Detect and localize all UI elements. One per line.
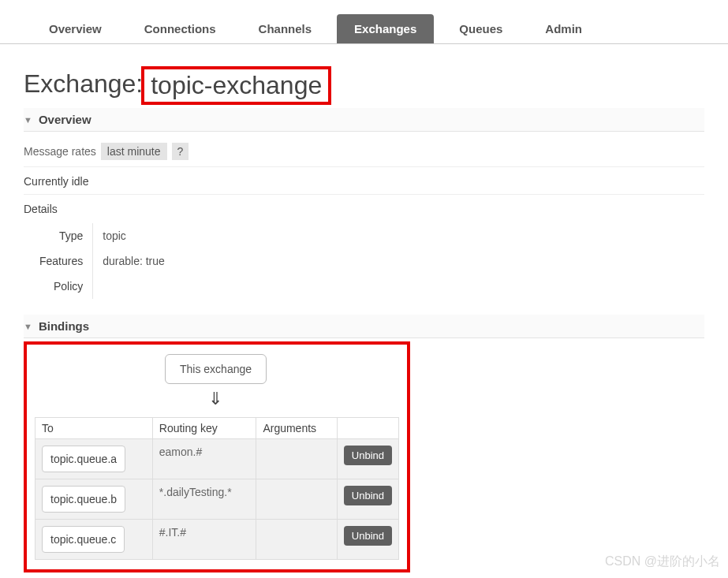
bindings-header-routing-key: Routing key [152, 418, 256, 439]
unbind-button[interactable]: Unbind [344, 486, 392, 505]
table-row: topic.queue.b *.dailyTesting.* Unbind [35, 479, 399, 520]
bindings-header-arguments: Arguments [256, 418, 337, 439]
exchange-name: topic-exchange [141, 66, 331, 105]
section-bindings-header[interactable]: ▼ Bindings [24, 315, 704, 338]
triangle-down-icon: ▼ [24, 115, 32, 125]
bindings-area: This exchange ⇓ To Routing key Arguments… [24, 341, 410, 572]
arguments-cell [256, 479, 337, 520]
section-overview-title: Overview [39, 113, 91, 126]
tab-overview[interactable]: Overview [32, 14, 119, 43]
details-type-value: topic [93, 223, 165, 248]
routing-key-cell: #.IT.# [152, 520, 256, 560]
main-tabs: Overview Connections Channels Exchanges … [0, 0, 728, 44]
queue-link[interactable]: topic.queue.b [42, 486, 125, 513]
section-bindings-title: Bindings [39, 319, 89, 333]
arguments-cell [256, 520, 337, 560]
table-row: topic.queue.c #.IT.# Unbind [35, 520, 399, 560]
details-policy-value [93, 274, 165, 299]
unbind-button[interactable]: Unbind [344, 446, 392, 465]
details-type-label: Type [39, 223, 93, 248]
details-table: Type topic Features durable: true Policy [39, 223, 165, 299]
bindings-header-to: To [35, 418, 153, 439]
section-overview-header[interactable]: ▼ Overview [24, 108, 704, 132]
title-prefix: Exchange: [24, 66, 143, 105]
tab-exchanges[interactable]: Exchanges [337, 14, 434, 43]
tab-admin[interactable]: Admin [528, 14, 599, 43]
this-exchange-box: This exchange [165, 354, 267, 384]
arguments-cell [256, 439, 337, 479]
tab-channels[interactable]: Channels [241, 14, 330, 43]
details-features-label: Features [39, 248, 93, 274]
rates-range-select[interactable]: last minute [101, 143, 167, 160]
queue-link[interactable]: topic.queue.c [42, 526, 125, 553]
arrow-down-icon: ⇓ [208, 389, 399, 409]
unbind-button[interactable]: Unbind [344, 526, 392, 546]
details-features-value: durable: true [93, 248, 165, 274]
rates-label: Message rates [24, 145, 96, 158]
queue-link[interactable]: topic.queue.a [42, 446, 125, 472]
bindings-header-action [337, 418, 398, 439]
bindings-table: To Routing key Arguments topic.queue.a e… [35, 417, 399, 560]
routing-key-cell: *.dailyTesting.* [152, 479, 256, 520]
rates-row: Message rates last minute ? [24, 132, 704, 167]
tab-connections[interactable]: Connections [127, 14, 233, 43]
routing-key-cell: eamon.# [152, 439, 256, 479]
page-title: Exchange: topic-exchange [24, 66, 704, 105]
details-label: Details [24, 195, 704, 223]
status-idle: Currently idle [24, 167, 704, 195]
help-button[interactable]: ? [172, 143, 189, 160]
details-policy-label: Policy [39, 274, 93, 299]
triangle-down-icon: ▼ [24, 322, 32, 331]
table-row: topic.queue.a eamon.# Unbind [35, 439, 399, 479]
tab-queues[interactable]: Queues [442, 14, 520, 43]
